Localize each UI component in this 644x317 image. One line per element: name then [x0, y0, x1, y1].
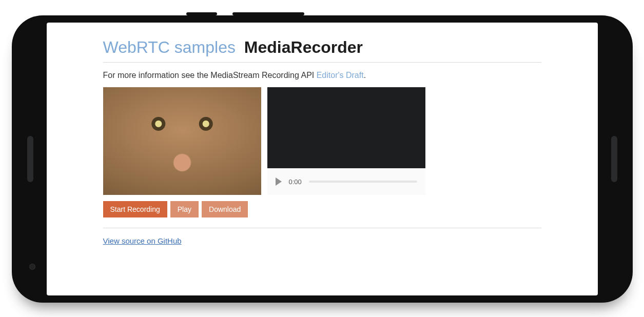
screen: WebRTC samples MediaRecorder For more in… — [47, 23, 598, 295]
editors-draft-link[interactable]: Editor's Draft — [317, 71, 364, 80]
play-button[interactable]: Play — [170, 201, 199, 217]
camera-preview-video[interactable] — [103, 87, 261, 195]
view-source-link[interactable]: View source on GitHub — [103, 236, 182, 245]
heading-divider — [103, 62, 541, 63]
video-row: 0:00 — [103, 87, 541, 195]
current-time: 0:00 — [289, 178, 302, 186]
download-button[interactable]: Download — [202, 201, 248, 217]
page-title: MediaRecorder — [244, 38, 363, 56]
progress-bar[interactable] — [309, 181, 417, 183]
footer-divider — [103, 228, 541, 228]
play-icon[interactable] — [276, 177, 282, 186]
page-heading: WebRTC samples MediaRecorder — [103, 38, 541, 57]
video-controls: 0:00 — [267, 168, 425, 195]
phone-frame: WebRTC samples MediaRecorder For more in… — [12, 15, 633, 303]
video-canvas — [267, 87, 425, 168]
speaker-right-icon — [611, 136, 617, 182]
start-recording-button[interactable]: Start Recording — [103, 201, 167, 217]
info-prefix: For more information see the MediaStream… — [103, 71, 317, 80]
info-text: For more information see the MediaStream… — [103, 71, 541, 80]
speaker-left-icon — [27, 136, 33, 182]
site-home-link[interactable]: WebRTC samples — [103, 38, 236, 56]
info-suffix: . — [364, 71, 366, 80]
front-camera-icon — [29, 264, 35, 270]
action-buttons: Start Recording Play Download — [103, 201, 541, 217]
recorded-video[interactable]: 0:00 — [267, 87, 425, 195]
